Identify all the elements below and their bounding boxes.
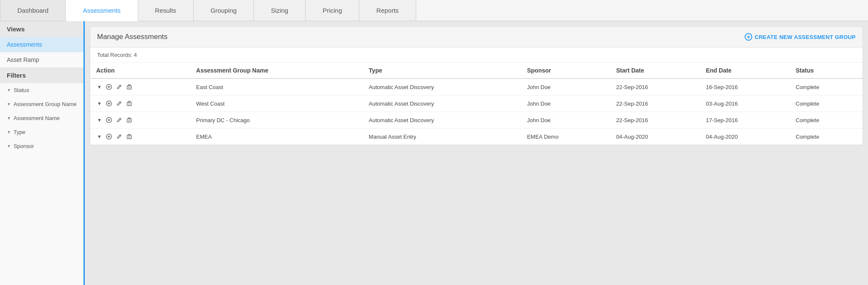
tab-sizing[interactable]: Sizing [254,0,306,21]
row-2-status: Complete [790,112,862,129]
assessments-table: Action Assessment Group Name Type Sponso… [90,63,862,145]
row-2-sponsor: John Doe [521,112,610,129]
col-type: Type [363,63,521,78]
row-2-end-date: 17-Sep-2016 [700,112,790,129]
row-0-action: ▼ [90,78,190,95]
row-2-action: ▼ [90,112,190,129]
svg-rect-4 [127,86,131,89]
col-end-date: End Date [700,63,790,78]
filter-assessment-group-name[interactable]: ▼ Assessment Group Name [0,97,83,111]
panel-title: Manage Assessments [97,33,167,41]
filter-sponsor[interactable]: ▼ Sponsor [0,139,83,153]
col-status: Status [790,63,862,78]
svg-rect-34 [127,135,131,139]
main-content: Manage Assessments + CREATE NEW ASSESSME… [85,21,868,285]
filter-sponsor-label: Sponsor [14,143,34,149]
add-icon[interactable] [105,100,113,107]
delete-icon[interactable] [125,83,133,91]
edit-icon[interactable] [115,133,123,140]
tab-results[interactable]: Results [138,0,194,21]
row-3-sponsor: EMEA Demo [521,129,610,145]
table-row: ▼ [90,78,862,95]
sidebar-item-assessments[interactable]: Assessments [0,37,83,52]
table-row: ▼ [90,129,862,145]
manage-assessments-panel: Manage Assessments + CREATE NEW ASSESSME… [90,26,863,145]
row-1-name: West Coast [190,95,363,112]
row-0-name: East Coast [190,78,363,95]
col-start-date: Start Date [610,63,700,78]
row-3-start-date: 04-Aug-2020 [610,129,700,145]
tab-pricing[interactable]: Pricing [306,0,359,21]
table-header-row: Action Assessment Group Name Type Sponso… [90,63,862,78]
filter-assessment-name[interactable]: ▼ Assessment Name [0,111,83,125]
table-row: ▼ [90,95,862,112]
total-records: Total Records: 4 [90,48,862,63]
col-sponsor: Sponsor [521,63,610,78]
chevron-down-icon: ▼ [7,130,11,134]
table-row: ▼ [90,112,862,129]
row-3-type: Manual Asset Entry [363,129,521,145]
row-0-type: Automatic Asset Discovery [363,78,521,95]
add-icon[interactable] [105,133,113,140]
sidebar-item-asset-ramp[interactable]: Asset Ramp [0,52,83,67]
row-3-action: ▼ [90,129,190,145]
row-3-status: Complete [790,129,862,145]
row-0-status: Complete [790,78,862,95]
tab-reports[interactable]: Reports [359,0,416,21]
filter-status-label: Status [14,87,29,93]
add-icon[interactable] [105,116,113,124]
expand-icon[interactable]: ▼ [96,84,103,90]
row-1-status: Complete [790,95,862,112]
filter-type-label: Type [14,129,25,135]
svg-rect-14 [127,102,131,106]
edit-icon[interactable] [115,116,123,124]
filter-assessment-group-name-label: Assessment Group Name [14,101,77,107]
delete-icon[interactable] [125,100,133,107]
expand-icon[interactable]: ▼ [96,133,103,140]
create-btn-label: CREATE NEW ASSESSMENT GROUP [754,34,856,40]
row-1-end-date: 03-Aug-2016 [700,95,790,112]
row-2-type: Automatic Asset Discovery [363,112,521,129]
row-3-end-date: 04-Aug-2020 [700,129,790,145]
row-2-start-date: 22-Sep-2016 [610,112,700,129]
row-0-sponsor: John Doe [521,78,610,95]
tab-assessments[interactable]: Assessments [66,0,138,21]
row-1-action: ▼ [90,95,190,112]
row-0-start-date: 22-Sep-2016 [610,78,700,95]
tab-grouping[interactable]: Grouping [194,0,254,21]
row-1-start-date: 22-Sep-2016 [610,95,700,112]
expand-icon[interactable]: ▼ [96,100,103,107]
filters-section-title: Filters [0,67,83,83]
delete-icon[interactable] [125,133,133,140]
svg-line-13 [120,102,120,103]
col-action: Action [90,63,190,78]
row-0-end-date: 16-Sep-2016 [700,78,790,95]
tab-dashboard[interactable]: Dashboard [0,0,66,21]
add-icon[interactable] [105,83,113,91]
filter-type[interactable]: ▼ Type [0,125,83,139]
panel-header: Manage Assessments + CREATE NEW ASSESSME… [90,27,862,48]
chevron-down-icon: ▼ [7,102,11,106]
filter-status[interactable]: ▼ Status [0,83,83,97]
svg-rect-24 [127,119,131,122]
svg-line-33 [120,135,120,136]
delete-icon[interactable] [125,116,133,124]
chevron-down-icon: ▼ [7,116,11,120]
top-navigation: DashboardAssessmentsResultsGroupingSizin… [0,0,868,21]
filter-assessment-name-label: Assessment Name [14,115,60,121]
row-1-type: Automatic Asset Discovery [363,95,521,112]
views-section-title: Views [0,21,83,37]
chevron-down-icon: ▼ [7,144,11,148]
row-1-sponsor: John Doe [521,95,610,112]
expand-icon[interactable]: ▼ [96,117,103,123]
chevron-down-icon: ▼ [7,88,11,92]
create-assessment-group-button[interactable]: + CREATE NEW ASSESSMENT GROUP [745,33,856,41]
sidebar: Views Assessments Asset Ramp Filters ▼ S… [0,21,85,285]
row-2-name: Primary DC - Chicago [190,112,363,129]
svg-line-23 [120,119,120,120]
plus-circle-icon: + [745,33,752,41]
edit-icon[interactable] [115,83,123,91]
edit-icon[interactable] [115,100,123,107]
main-layout: Views Assessments Asset Ramp Filters ▼ S… [0,21,868,285]
svg-line-3 [120,86,120,87]
